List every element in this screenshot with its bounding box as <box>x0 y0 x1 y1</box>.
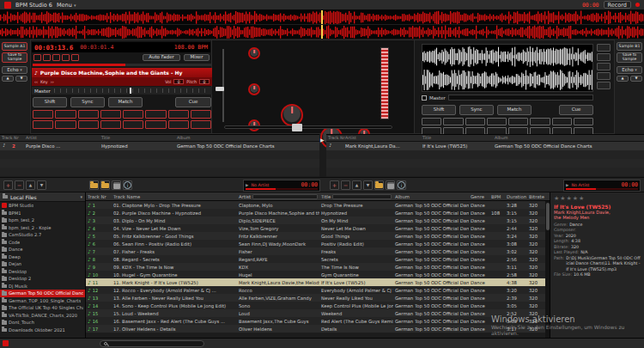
fx-up-button-a[interactable]: ▲ <box>2 76 14 82</box>
add-track-button-b[interactable]: + <box>330 180 339 190</box>
sidebar-item[interactable]: Code <box>0 239 85 247</box>
hotcue-pad[interactable] <box>465 118 485 125</box>
hotcue-pad[interactable] <box>123 110 143 119</box>
load-to-deck-b-button[interactable]: ▶ <box>320 137 325 143</box>
hotcue-pad[interactable] <box>530 118 550 125</box>
hotcue-pad[interactable] <box>508 118 528 125</box>
open-folder-button[interactable] <box>89 180 99 190</box>
remove-track-button-b[interactable]: − <box>341 180 350 190</box>
loop-in-button-icon[interactable] <box>597 44 611 52</box>
shift-button-a[interactable]: Shift <box>33 97 67 107</box>
sidebar-item[interactable]: German Top 50 ODC Official Dance <box>0 290 85 297</box>
sidebar-item[interactable]: Desktop <box>0 268 85 276</box>
table-row[interactable]: ♪1 01. Claptone Mylo - Drop The Pressure… <box>86 201 550 209</box>
add-track-button[interactable]: + <box>3 180 13 190</box>
search-input[interactable] <box>110 341 200 346</box>
hotcue-pad[interactable] <box>422 118 441 125</box>
open-folder-button-b[interactable] <box>374 180 384 190</box>
hotcue-pad[interactable] <box>191 110 211 119</box>
table-row[interactable]: ♪14 14. Sono - Keep Control Plus (Mobile… <box>86 302 550 309</box>
fx-select-b[interactable]: Echo ▾ <box>617 66 642 74</box>
mini-player-a[interactable]: ▶ No Artist 00:00 <box>243 180 320 192</box>
table-row[interactable]: ♪6 06. Sean Finn - Positiv (Radio Edit) … <box>86 240 550 247</box>
hotcue-pad[interactable] <box>33 110 53 119</box>
table-row[interactable]: ♪7 07. Fisher - Freaks Fisher Freaks Ger… <box>86 247 550 255</box>
save-playlist-button-b[interactable] <box>386 180 395 190</box>
mini-player-b[interactable]: ▶ No Artist 00:00 <box>563 180 641 192</box>
sidebar-header[interactable]: Local Files ▾ <box>0 192 85 202</box>
hotcue-pad[interactable] <box>574 118 593 125</box>
hotcue-pad[interactable] <box>191 120 211 129</box>
table-row[interactable]: ♪10 10. Hugel - Gym Quarantine Hugel Gym… <box>86 271 550 278</box>
title-column-header[interactable]: Title <box>319 194 393 199</box>
cue-button-a[interactable]: Cue <box>175 97 211 107</box>
sample-a-button[interactable]: Sample A1 <box>2 42 27 51</box>
volume-value[interactable]: 0 <box>173 79 184 84</box>
move-down-button-b[interactable]: ▼ <box>363 180 373 190</box>
new-folder-button[interactable] <box>100 180 110 190</box>
stop-button-icon[interactable] <box>52 54 60 61</box>
table-row[interactable]: ♪11 11. Mark Knight - If It's Love (TW52… <box>86 278 550 286</box>
save-to-sample-a-button[interactable]: Save to Sample <box>2 52 27 63</box>
remove-track-button[interactable]: − <box>15 180 24 190</box>
sidebar-item[interactable]: The Official UK Top 40 Singles Char <box>0 304 85 312</box>
hotcue-pad[interactable] <box>487 118 507 125</box>
auto-fader-button[interactable]: Auto Fader <box>143 54 180 61</box>
hotcue-pad[interactable] <box>145 120 166 129</box>
match-button-b[interactable]: Match <box>497 105 532 115</box>
keylock-button-icon[interactable] <box>597 72 611 80</box>
fx-select-a[interactable]: Echo ▾ <box>2 66 27 74</box>
deck-a-seekbar[interactable] <box>33 64 211 66</box>
table-row[interactable]: ♪17 17. Oliver Heldens - Details Oliver … <box>86 325 550 333</box>
fx-down-button-a[interactable]: ▼ <box>15 76 27 82</box>
sidebar-item[interactable]: Desktop 2 <box>0 275 85 283</box>
master-checkbox[interactable] <box>422 95 427 101</box>
record-button[interactable]: Record <box>604 1 631 9</box>
move-up-button-b[interactable]: ▲ <box>352 180 361 190</box>
tracklist-header[interactable]: Track Nr Track Name Artist Title Album G… <box>86 192 550 201</box>
sidebar-item[interactable]: Dance <box>0 246 85 253</box>
mini-b-seekbar[interactable] <box>566 188 638 190</box>
hotcue-pad[interactable] <box>100 110 121 119</box>
cue-button-b[interactable]: Cue <box>559 105 593 115</box>
cue-button-icon[interactable] <box>33 54 41 61</box>
table-row[interactable]: ♪15 15. Loud - Weekend Loud Weekend Germ… <box>86 309 550 317</box>
hotcue-pad[interactable] <box>168 120 189 129</box>
sidebar-item[interactable]: BPM1 <box>0 210 85 217</box>
eq-high-knob-a[interactable] <box>248 47 260 59</box>
hotcue-pad[interactable] <box>123 120 143 129</box>
track-info-button[interactable]: i <box>123 180 132 190</box>
table-row[interactable]: ♪4 04. Vize - Never Let Me Down Vize,Tom… <box>86 224 550 232</box>
hotcue-pad[interactable] <box>55 120 76 129</box>
hotcue-pad[interactable] <box>78 110 99 119</box>
save-to-sample-b-button[interactable]: Save to Sample <box>617 52 642 63</box>
fx-up-button-b[interactable]: ▲ <box>617 76 629 82</box>
hotcue-pad[interactable] <box>78 120 99 129</box>
sidebar-item[interactable]: Dejan <box>0 260 85 268</box>
hotcue-pad[interactable] <box>145 110 166 119</box>
play-icon[interactable]: ▶ <box>566 183 568 187</box>
reloop-button-icon[interactable] <box>597 63 611 70</box>
crossfader[interactable] <box>224 125 392 129</box>
play-icon[interactable]: ▶ <box>246 183 248 187</box>
hotcue-pad[interactable] <box>552 118 572 125</box>
hotcue-pad[interactable] <box>55 110 76 119</box>
sync-button-a[interactable]: Sync <box>70 97 105 107</box>
waveform-deck-b[interactable] <box>0 25 644 40</box>
slip-button-icon[interactable] <box>597 82 611 89</box>
table-row[interactable]: ♪5 05. Fritz Kalkbrenner - Good Things F… <box>86 232 550 240</box>
waveform-deck-a[interactable] <box>0 10 644 25</box>
mixer-button[interactable]: Mixer <box>184 54 210 61</box>
pitch-value[interactable]: 0 <box>199 79 210 84</box>
pitch-ruler[interactable] <box>54 89 206 93</box>
fx-down-button-b[interactable]: ▼ <box>630 76 642 82</box>
artist-column-header[interactable]: Artist <box>237 194 319 199</box>
title-filter-input[interactable] <box>332 194 392 199</box>
sidebar-item[interactable]: Dj Musik <box>0 283 85 290</box>
sidebar-item[interactable]: BPM Studio <box>0 202 85 210</box>
table-row[interactable]: ♪12 12. Rocco - Everybody (Arnold Palmer… <box>86 286 550 294</box>
table-row[interactable]: ♪2 02. Purple Disco Machine - Hypnotized… <box>86 209 550 217</box>
sample-b-button[interactable]: Sample B1 <box>617 42 642 51</box>
eq-mid-knob-a[interactable] <box>248 83 260 95</box>
sidebar-item[interactable]: bpm_test_2 <box>0 217 85 224</box>
